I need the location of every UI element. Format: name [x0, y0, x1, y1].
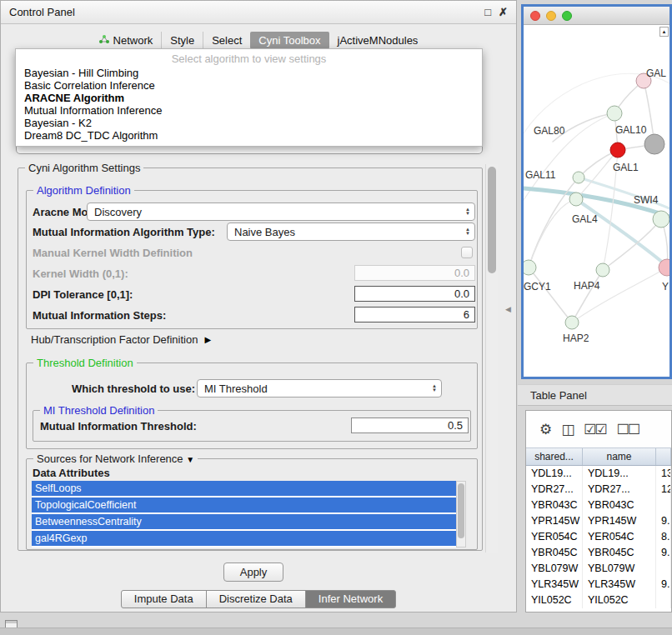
which-threshold-value: MI Threshold — [204, 382, 268, 395]
tab-infer-network[interactable]: Infer Network — [305, 590, 396, 608]
control-panel-titlebar: Control Panel □ ✗ — [1, 1, 516, 24]
table-cell: 12 — [656, 482, 671, 498]
data-attribute-item[interactable]: BetweennessCentrality — [32, 514, 456, 529]
data-attribute-item[interactable]: TopologicalCoefficient — [32, 498, 456, 512]
network-node[interactable] — [653, 211, 669, 228]
aracne-mode-select[interactable]: Discovery ▲▼ — [87, 202, 475, 221]
table-cell: YBL079W — [583, 561, 656, 577]
network-window-titlebar[interactable] — [524, 7, 669, 25]
mi-steps-field[interactable]: 6 — [354, 307, 475, 322]
columns-icon[interactable]: ◫ — [561, 421, 573, 438]
network-node-label: GCY1 — [524, 281, 551, 292]
network-node[interactable] — [610, 142, 625, 158]
table-row[interactable]: YBR043CYBR043C — [526, 498, 671, 513]
network-node-label: GAL11 — [525, 169, 556, 181]
window-controls: □ ✗ — [484, 6, 508, 18]
network-node[interactable] — [596, 263, 609, 277]
algorithm-popup-item[interactable]: ARACNE Algorithm — [16, 92, 482, 104]
table-row[interactable]: YBR045CYBR045C9. — [526, 545, 671, 561]
column-header-shared-name[interactable]: shared... — [526, 448, 583, 465]
which-threshold-select[interactable]: MI Threshold ▲▼ — [197, 379, 442, 398]
mi-threshold-label: Mutual Information Threshold: — [40, 420, 197, 432]
dpi-tolerance-label: DPI Tolerance [0,1]: — [33, 288, 133, 301]
table-cell: YDL19... — [583, 466, 656, 482]
mi-threshold-field[interactable]: 0.5 — [351, 418, 469, 433]
table-header-row: shared... name — [526, 448, 671, 466]
deselect-all-icon[interactable]: ☐☐ — [617, 421, 639, 438]
float-window-icon[interactable]: □ — [484, 6, 491, 18]
which-threshold-label: Which threshold to use: — [72, 382, 195, 395]
network-edge[interactable] — [572, 268, 667, 322]
close-traffic-light[interactable] — [530, 11, 540, 21]
minimize-traffic-light[interactable] — [546, 11, 556, 21]
table-cell: YBR043C — [583, 498, 656, 513]
table-row[interactable]: YBL079WYBL079W — [526, 561, 671, 577]
tab-network[interactable]: Network — [91, 32, 162, 49]
network-node[interactable] — [565, 316, 579, 329]
algorithm-popup-item[interactable]: Basic Correlation Inference — [16, 79, 482, 92]
table-cell: YIL052C — [526, 592, 583, 608]
data-attribute-item[interactable]: gal4RGexp — [32, 531, 456, 546]
mi-type-value: Naive Bayes — [234, 226, 295, 238]
network-node[interactable] — [573, 172, 584, 183]
column-header-name[interactable]: name — [583, 448, 656, 465]
manual-kernel-checkbox[interactable] — [461, 247, 473, 258]
algorithm-popup-item[interactable]: Dream8 DC_TDC Algorithm — [16, 129, 482, 142]
apply-button[interactable]: Apply — [223, 562, 283, 582]
mi-type-select[interactable]: Naive Bayes ▲▼ — [227, 222, 475, 241]
network-node[interactable] — [607, 106, 622, 121]
close-window-icon[interactable]: ✗ — [499, 6, 508, 18]
settings-scrollbar[interactable] — [485, 164, 498, 552]
network-view-window: ▲ GALGAL80GAL10GAL11GAL1SWI4GAL4GCY1HAP4… — [521, 4, 672, 379]
data-attribute-item[interactable]: SelfLoops — [32, 481, 456, 496]
table-row[interactable]: YER054CYER054C8. — [526, 529, 671, 545]
window-title: Control Panel — [9, 6, 75, 18]
dpi-tolerance-field[interactable]: 0.0 — [354, 286, 475, 302]
sources-toggle[interactable]: Sources for Network Inference ▼ — [33, 452, 198, 465]
algorithm-popup-item[interactable]: Bayesian - K2 — [16, 117, 482, 129]
tab-impute-data[interactable]: Impute Data — [121, 590, 207, 608]
table-row[interactable]: YDR27...YDR27...12 — [526, 482, 671, 498]
network-node-label: GAL1 — [613, 162, 639, 173]
network-canvas[interactable]: GALGAL80GAL10GAL11GAL1SWI4GAL4GCY1HAP4YH… — [524, 25, 669, 377]
network-edge[interactable] — [603, 219, 661, 270]
scroll-up-icon[interactable]: ▲ — [659, 27, 669, 37]
kernel-width-label: Kernel Width (0,1): — [33, 268, 128, 280]
network-node-label: GAL4 — [572, 213, 598, 225]
scrollbar-thumb[interactable] — [488, 167, 496, 273]
network-node-label: Y — [662, 281, 669, 292]
table-row[interactable]: YDL19...YDL19...13 — [526, 466, 671, 482]
hub-definition-toggle[interactable]: Hub/Transcription Factor Definition ▶ — [31, 333, 211, 346]
table-row[interactable]: YLR345WYLR345W9. — [526, 577, 671, 592]
algorithm-popup-item[interactable]: Mutual Information Inference — [16, 104, 482, 117]
table-cell: YBR043C — [526, 498, 583, 513]
gear-icon[interactable]: ⚙ — [539, 421, 550, 438]
table-cell: YER054C — [583, 529, 656, 545]
algorithm-popup-item[interactable]: Bayesian - Hill Climbing — [16, 67, 482, 79]
network-edge[interactable] — [529, 268, 572, 322]
tab-style[interactable]: Style — [161, 32, 203, 49]
tab-cyni-toolbox[interactable]: Cyni Toolbox — [250, 32, 328, 49]
tab-select[interactable]: Select — [203, 32, 250, 49]
tab-discretize-data[interactable]: Discretize Data — [206, 590, 306, 608]
network-node[interactable] — [524, 260, 536, 275]
select-all-icon[interactable]: ☑☑ — [584, 421, 605, 438]
scrollbar-thumb[interactable] — [458, 483, 464, 538]
table-cell: YPR145W — [526, 513, 583, 529]
algorithm-popup-list: Bayesian - Hill ClimbingBasic Correlatio… — [16, 67, 482, 142]
network-edge[interactable] — [576, 199, 669, 268]
network-node[interactable] — [644, 134, 664, 154]
table-cell: 13 — [656, 466, 671, 482]
network-node[interactable] — [569, 192, 583, 206]
attributes-scrollbar[interactable] — [456, 481, 466, 548]
tab-jactivemodules[interactable]: jActiveMNodules — [329, 32, 427, 49]
table-row[interactable]: YIL052CYIL052C — [526, 592, 671, 608]
network-edge[interactable] — [529, 199, 576, 268]
network-edge[interactable] — [572, 270, 603, 322]
tab-label: Style — [170, 34, 194, 47]
table-row[interactable]: YPR145WYPR145W9. — [526, 513, 671, 529]
column-header-extra[interactable] — [656, 448, 671, 465]
zoom-traffic-light[interactable] — [562, 11, 572, 21]
table-cell: YBL079W — [526, 561, 583, 577]
panel-splitter-arrow-icon[interactable]: ◀ — [505, 305, 511, 313]
